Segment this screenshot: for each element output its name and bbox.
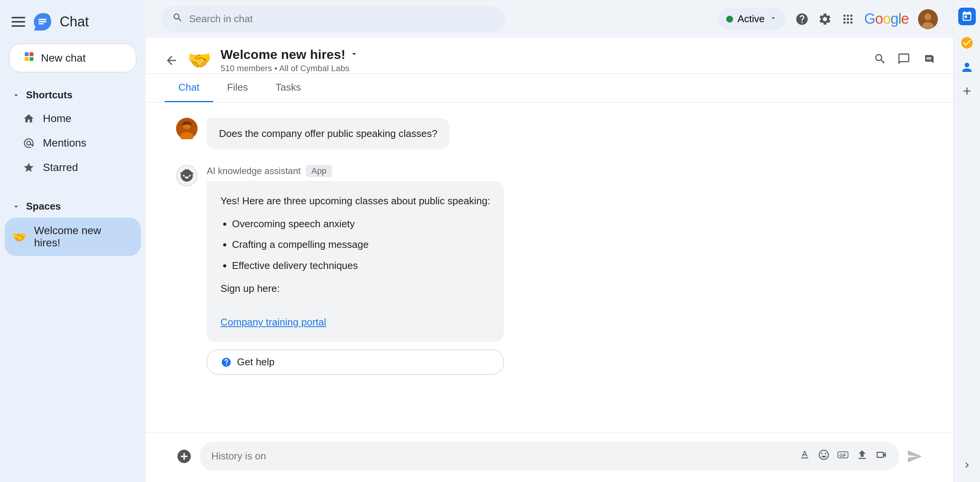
calendar-svg-icon — [961, 11, 973, 22]
video-icon[interactable] — [875, 449, 887, 464]
tasks-svg-icon — [960, 36, 974, 50]
app-title: Chat — [60, 14, 89, 30]
tab-chat[interactable]: Chat — [165, 74, 213, 102]
right-panel — [953, 0, 980, 482]
user-message-text: Does the company offer public speaking c… — [219, 128, 437, 139]
add-app-button[interactable] — [961, 85, 973, 97]
shortcuts-header[interactable]: Shortcuts — [0, 84, 145, 106]
apps-grid-icon[interactable] — [841, 12, 855, 26]
header-search-icon[interactable] — [874, 52, 887, 68]
chat-header-icons — [874, 52, 934, 68]
avatar-icon — [919, 10, 937, 28]
search-input[interactable] — [189, 13, 494, 25]
svg-rect-1 — [29, 52, 33, 56]
app-badge: App — [306, 165, 332, 177]
svg-rect-11 — [188, 169, 189, 171]
topbar-right: Active Google — [718, 8, 938, 29]
space-item-label: Welcome new hires! — [34, 225, 129, 249]
chat-title-dropdown-icon[interactable] — [349, 47, 359, 62]
svg-rect-3 — [29, 57, 33, 61]
chat-title: Welcome new hires! — [220, 47, 864, 62]
chat-container: 🤝 Welcome new hires! 510 members • All o… — [145, 38, 953, 482]
topbar: Active Google — [145, 0, 953, 38]
messages-area: Does the company offer public speaking c… — [145, 103, 953, 432]
chevron-down-spaces-icon — [11, 202, 21, 211]
get-help-button[interactable]: Get help — [207, 350, 504, 375]
shortcuts-section: Shortcuts Home Mentions Starred — [0, 80, 145, 184]
ai-message-content: AI knowledge assistant App Yes! Here are… — [207, 165, 504, 375]
sidebar-item-starred[interactable]: Starred — [0, 155, 145, 180]
user-message-bubble: Does the company offer public speaking c… — [207, 118, 449, 150]
send-button[interactable] — [906, 448, 923, 464]
main-area: Active Google — [145, 0, 953, 482]
status-dot — [726, 16, 733, 23]
ai-message-avatar — [176, 165, 198, 186]
ai-sender-label: AI knowledge assistant — [207, 166, 301, 176]
new-chat-button[interactable]: New chat — [9, 44, 136, 72]
list-item: Overcoming speech anxiety — [232, 215, 490, 232]
list-item: Crafting a compelling message — [232, 236, 490, 253]
space-header-emoji: 🤝 — [188, 49, 211, 72]
ai-intro-text: Yes! Here are three upcoming classes abo… — [220, 192, 490, 209]
user-avatar[interactable] — [918, 9, 938, 29]
active-status-button[interactable]: Active — [718, 8, 786, 29]
star-icon — [23, 162, 34, 173]
spaces-section: Spaces 🤝 Welcome new hires! — [0, 195, 145, 256]
ai-sender-name: AI knowledge assistant App — [207, 165, 504, 177]
tab-files[interactable]: Files — [213, 74, 262, 102]
user-message-avatar — [176, 118, 198, 139]
active-status-label: Active — [738, 13, 765, 25]
chat-logo-icon — [32, 11, 53, 32]
emoji-icon[interactable] — [818, 449, 830, 464]
home-label: Home — [43, 112, 72, 125]
contacts-svg-icon — [960, 60, 974, 74]
table-row: AI knowledge assistant App Yes! Here are… — [176, 165, 923, 375]
search-bar[interactable] — [161, 6, 505, 32]
message-input-box[interactable]: GIF — [200, 442, 899, 471]
input-area: GIF — [145, 432, 953, 482]
ai-list: Overcoming speech anxiety Crafting a com… — [232, 215, 490, 274]
svg-rect-10 — [185, 169, 186, 171]
chat-header-info: Welcome new hires! 510 members • All of … — [220, 47, 864, 73]
ai-signup-text: Sign up here: — [220, 280, 490, 297]
hamburger-icon[interactable] — [11, 17, 25, 27]
format-text-icon[interactable] — [799, 449, 811, 464]
home-icon — [23, 113, 34, 124]
expand-button[interactable] — [962, 460, 972, 471]
spaces-label: Spaces — [26, 200, 61, 212]
organization-name: All of Cymbal Labs — [279, 64, 349, 73]
back-button[interactable] — [165, 54, 178, 67]
contacts-icon[interactable] — [960, 60, 974, 74]
get-help-label: Get help — [237, 356, 274, 368]
sidebar-item-home[interactable]: Home — [0, 106, 145, 131]
space-emoji: 🤝 — [12, 230, 26, 244]
svg-point-5 — [924, 13, 931, 20]
svg-text:GIF: GIF — [840, 453, 846, 458]
svg-rect-13 — [192, 173, 194, 174]
upload-icon[interactable] — [856, 449, 868, 464]
chat-subtitle: 510 members • All of Cymbal Labs — [220, 64, 864, 73]
help-icon[interactable] — [795, 12, 809, 26]
sidebar-item-mentions[interactable]: Mentions — [0, 131, 145, 155]
separator: • — [274, 64, 279, 73]
training-portal-link[interactable]: Company training portal — [220, 316, 326, 328]
user-message-content: Does the company offer public speaking c… — [207, 118, 449, 150]
spaces-header[interactable]: Spaces — [0, 195, 145, 218]
ai-bot-icon — [180, 168, 194, 183]
gif-icon[interactable]: GIF — [837, 449, 849, 464]
tab-tasks[interactable]: Tasks — [262, 74, 315, 102]
tasks-icon[interactable] — [960, 36, 974, 50]
header-thread-icon[interactable] — [897, 52, 910, 68]
chat-tabs: Chat Files Tasks — [145, 74, 953, 103]
sidebar-item-welcome-new-hires[interactable]: 🤝 Welcome new hires! — [5, 218, 141, 256]
add-attachment-button[interactable] — [176, 448, 192, 464]
header-chat-icon[interactable] — [921, 52, 934, 68]
message-input[interactable] — [211, 450, 792, 462]
get-help-icon — [221, 357, 232, 368]
settings-icon[interactable] — [818, 12, 832, 26]
shortcuts-label: Shortcuts — [26, 89, 72, 101]
calendar-icon[interactable] — [958, 8, 976, 25]
svg-rect-0 — [25, 52, 29, 56]
chat-title-text: Welcome new hires! — [220, 47, 345, 62]
google-logo: Google — [864, 11, 909, 27]
